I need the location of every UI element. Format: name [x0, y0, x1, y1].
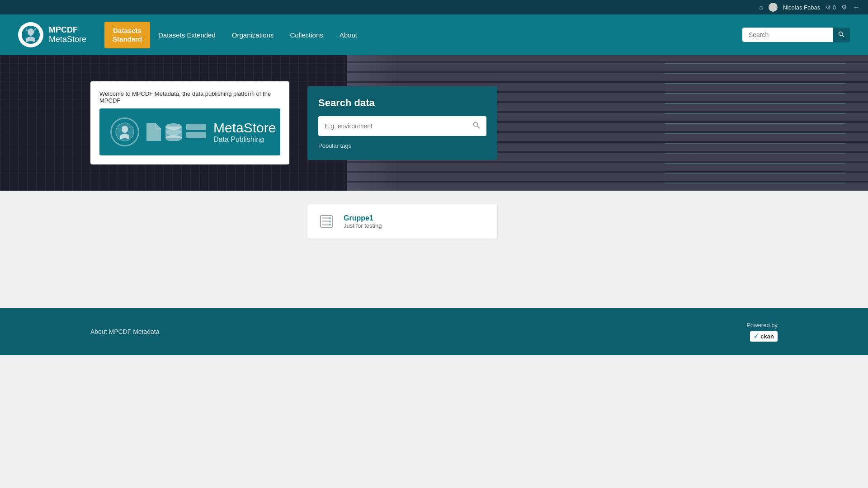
- footer: About MPCDF Metadata Powered by ✓ ckan: [0, 308, 868, 355]
- nav-datasets-standard[interactable]: Datasets Standard: [104, 22, 150, 48]
- logo-link[interactable]: MPCDF MetaStore: [18, 22, 86, 47]
- svg-point-22: [330, 224, 331, 225]
- ckan-logo-mark: ✓: [754, 333, 759, 340]
- search-data-icon: [473, 122, 480, 129]
- svg-line-3: [842, 35, 844, 37]
- svg-rect-12: [203, 126, 204, 128]
- svg-point-9: [165, 129, 182, 135]
- svg-rect-13: [203, 134, 204, 136]
- navbar: MPCDF MetaStore Datasets Standard Datase…: [0, 14, 868, 55]
- hero-section: Welcome to MPCDF Metadata, the data publ…: [0, 55, 868, 191]
- home-icon[interactable]: ⌂: [759, 4, 763, 11]
- ckan-logo[interactable]: ✓ ckan: [750, 331, 778, 342]
- nav-datasets-extended[interactable]: Datasets Extended: [150, 28, 224, 42]
- nav-organizations[interactable]: Organizations: [224, 28, 282, 42]
- svg-point-1: [28, 28, 34, 36]
- main-content: Gruppe1 Just for testing: [0, 191, 868, 308]
- metastore-logo-circle: [110, 117, 139, 146]
- svg-point-14: [474, 122, 478, 126]
- metastore-text: MetaStore Data Publishing: [213, 120, 276, 144]
- metastore-title: MetaStore: [213, 120, 276, 136]
- svg-point-21: [330, 221, 331, 222]
- nav-about[interactable]: About: [331, 28, 365, 42]
- gear-icon[interactable]: ⚙ 0: [826, 4, 836, 11]
- logo-text: MPCDF MetaStore: [49, 25, 86, 44]
- database-icon: [165, 123, 182, 141]
- search-input[interactable]: [742, 28, 833, 42]
- metastore-card: Welcome to MPCDF Metadata, the data publ…: [90, 81, 289, 164]
- username: Nicolas Fabas: [783, 4, 820, 11]
- server-icon: [186, 124, 206, 140]
- gruppe-description: Just for testing: [344, 222, 382, 229]
- welcome-text: Welcome to MPCDF Metadata, the data publ…: [99, 90, 280, 104]
- gruppe-card[interactable]: Gruppe1 Just for testing: [307, 204, 497, 239]
- powered-by: Powered by ✓ ckan: [746, 322, 778, 342]
- powered-by-label: Powered by: [746, 322, 778, 328]
- svg-line-15: [477, 126, 480, 128]
- hero-content: Welcome to MPCDF Metadata, the data publ…: [0, 55, 868, 191]
- nav-search: [742, 28, 850, 42]
- avatar: [769, 3, 778, 12]
- file-icon: [146, 123, 161, 141]
- svg-point-5: [122, 126, 128, 133]
- svg-point-20: [330, 218, 331, 219]
- search-button[interactable]: [833, 28, 850, 42]
- settings-icon[interactable]: ⚙: [841, 4, 847, 11]
- gruppe-info: Gruppe1 Just for testing: [344, 214, 382, 229]
- forward-icon[interactable]: →: [853, 4, 859, 11]
- metastore-banner: MetaStore Data Publishing: [99, 108, 280, 155]
- footer-about-link[interactable]: About MPCDF Metadata: [90, 328, 160, 335]
- gruppe-icon: [318, 213, 335, 230]
- search-data-input-wrap: [318, 116, 486, 136]
- svg-point-2: [839, 32, 843, 35]
- search-data-button[interactable]: [467, 116, 486, 136]
- search-data-input[interactable]: [318, 117, 467, 135]
- search-icon: [838, 31, 844, 38]
- search-data-title: Search data: [318, 97, 486, 109]
- nav-collections[interactable]: Collections: [282, 28, 331, 42]
- logo-circle: [18, 22, 43, 47]
- popular-tags: Popular tags: [318, 142, 486, 149]
- metastore-subtitle: Data Publishing: [213, 136, 276, 144]
- ckan-logo-text: ckan: [760, 333, 774, 340]
- gruppe-name: Gruppe1: [344, 214, 382, 222]
- search-data-box: Search data Popular tags: [307, 86, 497, 160]
- top-bar: ⌂ Nicolas Fabas ⚙ 0 ⚙ →: [0, 0, 868, 14]
- nav-links: Datasets Standard Datasets Extended Orga…: [104, 22, 742, 48]
- metastore-icons: [146, 123, 206, 141]
